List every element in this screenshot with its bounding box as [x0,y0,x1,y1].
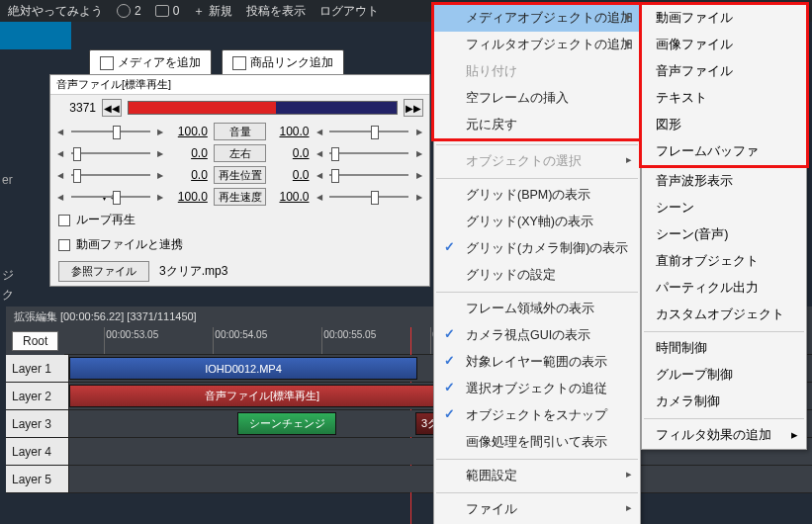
menu-file[interactable]: ファイル [434,496,640,523]
menu-undo[interactable]: 元に戻す [434,112,640,138]
value-left[interactable]: 100.0 [171,125,208,138]
sync-checkbox[interactable] [58,239,70,251]
tri-right-icon[interactable]: ▶ [156,149,165,158]
menu-grid-bpm[interactable]: グリッド(BPM)の表示 [434,182,640,209]
admin-refresh[interactable]: 2 [117,4,141,18]
param-row-2: ◀ ▶ 0.0 再生位置 0.0 ◀ ▶ [50,164,429,186]
tri-left-icon[interactable]: ◀ [56,193,65,202]
submenu-waveform[interactable]: 音声波形表示 [642,168,806,195]
submenu-video-file[interactable]: 動画ファイル [642,5,806,32]
slider-right[interactable] [329,125,408,138]
tri-right-icon[interactable]: ▶ [156,193,165,202]
value-right[interactable]: 0.0 [272,146,309,160]
admin-try[interactable]: 絶対やってみよう [8,3,103,20]
menu-follow-selection[interactable]: 選択オブジェクトの追従 [434,376,640,402]
slider-left[interactable] [71,190,150,204]
menu-grid-camera[interactable]: グリッド(カメラ制御)の表示 [434,235,640,262]
menu-grid-settings[interactable]: グリッドの設定 [434,262,640,289]
menu-add-filter-object[interactable]: フィルタオブジェクトの追加 [434,32,640,58]
param-button[interactable]: 再生速度 [214,188,266,206]
admin-logout[interactable]: ログアウト [319,3,379,20]
slider-left[interactable] [71,168,150,182]
reference-file-button[interactable]: 参照ファイル [58,261,149,282]
seek-bar[interactable] [128,101,398,115]
submenu-image-file[interactable]: 画像ファイル [642,32,806,58]
slider-right[interactable] [329,168,408,182]
menu-snap-object[interactable]: オブジェクトをスナップ [434,402,640,429]
layer-label[interactable]: Layer 3 [6,410,69,437]
slider-right[interactable] [329,190,408,204]
tri-right-icon[interactable]: ▶ [414,128,423,136]
tri-right-icon[interactable]: ▶ [414,171,423,180]
tri-left-icon[interactable]: ◀ [56,171,65,180]
tri-left-icon[interactable]: ◀ [316,171,324,180]
admin-comments[interactable]: 0 [155,4,180,18]
menu-grid-xy[interactable]: グリッド(XY軸)の表示 [434,209,640,235]
value-right[interactable]: 0.0 [272,168,309,182]
menu-range-settings[interactable]: 範囲設定 [434,463,640,489]
timeline-clip[interactable]: 音声ファイル[標準再生] [69,385,455,407]
menu-insert-empty-frame[interactable]: 空フレームの挿入 [434,85,640,112]
layer-label[interactable]: Layer 1 [6,355,69,382]
slider-left[interactable] [71,146,150,160]
slider-right[interactable] [329,146,408,160]
slider-left[interactable] [71,125,150,138]
admin-new[interactable]: ＋ 新規 [193,3,232,20]
submenu-shape[interactable]: 図形 [642,112,806,138]
loop-checkbox[interactable] [58,215,70,226]
value-left[interactable]: 100.0 [171,190,208,204]
menu-thin-image[interactable]: 画像処理を間引いて表示 [434,429,640,456]
value-left[interactable]: 0.0 [171,146,208,160]
submenu-audio-file[interactable]: 音声ファイル [642,58,806,85]
tri-left-icon[interactable]: ◀ [316,149,324,158]
submenu-time-control[interactable]: 時間制御 [642,335,806,362]
submenu-particle[interactable]: パーティクル出力 [642,275,806,302]
param-row-3: ◀ ▶ 100.0 再生速度 100.0 ◀ ▶ [50,186,429,208]
timeline-clip[interactable]: シーンチェンジ [237,412,336,435]
layer-label[interactable]: Layer 5 [6,466,69,492]
tri-left-icon[interactable]: ◀ [316,128,324,136]
submenu-add-filter-effect[interactable]: フィルタ効果の追加▸ [642,422,806,449]
tri-right-icon[interactable]: ▶ [156,171,165,180]
submenu-custom-object[interactable]: カスタムオブジェクト [642,302,806,328]
editor-toolbar: メディアを追加 商品リンク追加 [89,49,344,76]
menu-add-media-object[interactable]: メディアオブジェクトの追加 [434,5,640,32]
menu-camera-gui[interactable]: カメラ視点GUIの表示 [434,322,640,349]
tri-left-icon[interactable]: ◀ [56,128,65,136]
menu-select-object[interactable]: オブジェクトの選択 [434,148,640,175]
value-right[interactable]: 100.0 [272,125,309,138]
submenu-scene-audio[interactable]: シーン(音声) [642,221,806,248]
menu-paste[interactable]: 貼り付け [434,58,640,85]
submenu-prev-object[interactable]: 直前オブジェクト [642,248,806,275]
reference-file-value: 3クリア.mp3 [159,263,227,280]
menu-frame-outside[interactable]: フレーム領域外の表示 [434,296,640,322]
value-right[interactable]: 100.0 [272,190,309,204]
admin-view-post[interactable]: 投稿を表示 [246,3,306,20]
add-media-button[interactable]: メディアを追加 [89,49,212,76]
root-button[interactable]: Root [12,331,58,351]
submenu-scene[interactable]: シーン [642,195,806,221]
add-link-button[interactable]: 商品リンク追加 [222,49,344,76]
ruler-label: 00:00:55.05 [323,329,376,340]
param-button[interactable]: 音量 [214,123,266,140]
value-left[interactable]: 0.0 [171,168,208,182]
param-row-1: ◀ ▶ 0.0 左右 0.0 ◀ ▶ [50,142,429,164]
timeline-clip[interactable]: IOHD0012.MP4 [69,357,417,380]
submenu-text[interactable]: テキスト [642,85,806,112]
param-button[interactable]: 左右 [214,144,266,162]
tri-right-icon[interactable]: ▶ [156,128,165,136]
tri-right-icon[interactable]: ▶ [414,193,423,202]
submenu-group-control[interactable]: グループ制御 [642,362,806,389]
tri-right-icon[interactable]: ▶ [414,149,423,158]
tri-left-icon[interactable]: ◀ [56,149,65,158]
param-button[interactable]: 再生位置 [214,166,266,184]
submenu-framebuffer[interactable]: フレームバッファ [642,138,806,165]
menu-layer-range[interactable]: 対象レイヤー範囲の表示 [434,349,640,376]
seek-fwd-button[interactable]: ▶▶ [404,99,423,117]
tri-left-icon[interactable]: ◀ [316,193,324,202]
new-label: 新規 [209,3,232,20]
layer-label[interactable]: Layer 2 [6,383,69,409]
submenu-camera-control[interactable]: カメラ制御 [642,389,806,415]
layer-label[interactable]: Layer 4 [6,438,69,465]
seek-back-button[interactable]: ◀◀ [102,99,122,117]
